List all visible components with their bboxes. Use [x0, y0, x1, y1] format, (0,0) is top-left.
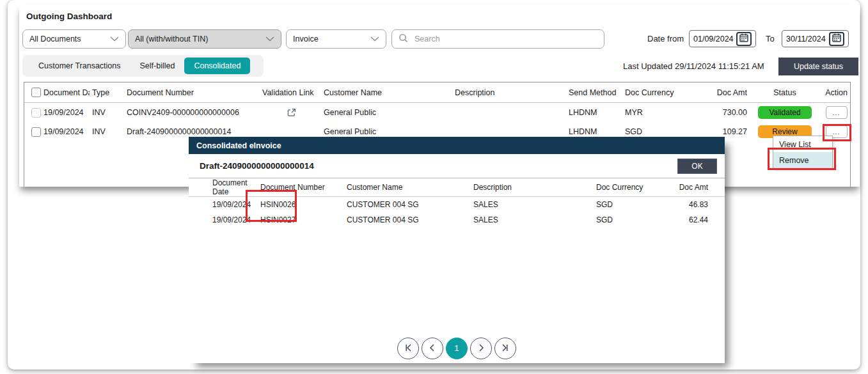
modal-row-customer-name: CUSTOMER 004 SG	[347, 200, 473, 209]
row-customer-name: General Public	[321, 108, 452, 117]
invoice-type-dropdown-value: Invoice	[293, 35, 319, 43]
search-input[interactable]	[413, 34, 597, 44]
tin-filter-dropdown[interactable]: All (with/without TIN)	[128, 29, 281, 49]
modal-row-doc-currency: SGD	[596, 215, 673, 224]
menu-item-view-list[interactable]: View List	[773, 136, 832, 152]
previous-page-icon	[428, 343, 437, 354]
modal-table-header-row: Document Date Document Number Customer N…	[189, 178, 725, 197]
tin-filter-dropdown-value: All (with/without TIN)	[135, 35, 208, 43]
next-page-icon	[477, 343, 485, 354]
date-to-calendar-button[interactable]	[829, 32, 844, 46]
ok-button[interactable]: OK	[677, 159, 717, 174]
modal-title-bar: Consolidated eInvoice	[189, 137, 725, 154]
col-validation-link: Validation Link	[260, 88, 321, 97]
search-box	[391, 29, 604, 49]
row-doc-amt: 109.27	[686, 127, 747, 136]
last-page-icon	[501, 343, 510, 354]
modal-col-doc-amt: Doc Amt	[673, 183, 725, 192]
date-to-label: To	[766, 34, 775, 43]
row-customer-name: General Public	[321, 127, 452, 136]
last-updated-text: Last Updated 29/11/2024 11:15:21 AM	[623, 61, 764, 71]
table-header-row: Document Date Type Document Number Valid…	[24, 82, 850, 103]
row-document-date: 19/09/2024	[41, 127, 90, 136]
calendar-icon	[739, 33, 748, 44]
date-from-group	[689, 30, 756, 47]
modal-row-document-number: HSIN0027	[260, 215, 347, 224]
chevron-down-icon	[110, 35, 119, 43]
row-checkbox[interactable]	[31, 108, 41, 118]
row-document-date: 19/09/2024	[41, 108, 90, 117]
modal-table-row: 19/09/2024 HSIN0026 CUSTOMER 004 SG SALE…	[189, 197, 725, 212]
menu-item-remove[interactable]: Remove	[773, 152, 832, 168]
external-link-icon[interactable]	[260, 107, 321, 118]
date-from-calendar-button[interactable]	[736, 32, 752, 46]
pagination-last-button[interactable]	[494, 338, 516, 359]
modal-col-document-number: Document Number	[260, 183, 347, 192]
tab-consolidated[interactable]: Consolidated	[184, 58, 250, 74]
update-status-button[interactable]: Update status	[778, 58, 858, 75]
modal-row-description: SALES	[473, 200, 596, 209]
modal-row-doc-amt: 46.83	[673, 200, 725, 209]
modal-document-title: Draft-2409000000000000014	[200, 161, 314, 171]
modal-row-customer-name: CUSTOMER 004 SG	[347, 215, 473, 224]
modal-row-document-number: HSIN0026	[260, 200, 347, 209]
modal-col-description: Description	[473, 183, 596, 192]
col-customer-name: Customer Name	[321, 88, 452, 97]
consolidated-einvoice-modal: Consolidated eInvoice Draft-240900000000…	[189, 137, 725, 363]
modal-row-document-date: 19/09/2024	[212, 200, 260, 209]
document-type-dropdown-value: All Documents	[29, 35, 81, 43]
pagination-prev-button[interactable]	[422, 338, 443, 359]
search-icon	[398, 33, 408, 45]
row-send-method: LHDNM	[566, 127, 622, 136]
col-send-method: Send Method	[566, 88, 622, 97]
pagination-first-button[interactable]	[397, 338, 419, 359]
date-to-input[interactable]	[782, 34, 828, 44]
action-context-menu: View List Remove	[773, 136, 833, 169]
transaction-tabs: Customer Transactions Self-billed Consol…	[22, 55, 264, 77]
col-document-number: Document Number	[124, 88, 260, 97]
modal-row-description: SALES	[473, 215, 596, 224]
col-action: Action	[823, 88, 850, 97]
select-all-checkbox[interactable]	[31, 88, 41, 97]
status-badge-validated: Validated	[758, 106, 812, 119]
modal-subtitle-row: Draft-2409000000000000014 OK	[189, 154, 725, 178]
row-doc-currency: SGD	[622, 127, 686, 136]
screenshot-frame: Outgoing Dashboard All Documents All (wi…	[8, 0, 860, 370]
tab-customer-transactions[interactable]: Customer Transactions	[29, 58, 130, 74]
row-document-number: COINV2409-000000000000006	[124, 108, 260, 117]
chevron-down-icon	[265, 35, 274, 43]
col-doc-currency: Doc Currency	[622, 88, 686, 97]
modal-table-row: 19/09/2024 HSIN0027 CUSTOMER 004 SG SALE…	[189, 212, 725, 228]
date-from-input[interactable]	[690, 34, 736, 44]
invoice-type-dropdown[interactable]: Invoice	[286, 29, 386, 49]
row-document-number: Draft-2409000000000000014	[124, 127, 260, 136]
row-checkbox[interactable]	[31, 127, 41, 137]
row-action-button[interactable]: ...	[826, 106, 848, 119]
row-doc-amt: 730.00	[686, 108, 747, 117]
first-page-icon	[404, 343, 413, 354]
calendar-icon	[832, 33, 841, 44]
modal-row-doc-currency: SGD	[596, 200, 673, 209]
modal-col-doc-currency: Doc Currency	[596, 183, 673, 192]
chevron-down-icon	[370, 35, 379, 43]
modal-pagination: 1	[189, 338, 725, 359]
pagination-next-button[interactable]	[470, 338, 492, 359]
row-doc-currency: MYR	[622, 108, 686, 117]
col-doc-amt: Doc Amt	[686, 88, 747, 97]
col-document-date: Document Date	[41, 88, 90, 97]
col-type: Type	[90, 88, 124, 97]
modal-col-document-date: Document Date	[212, 178, 260, 196]
date-from-label: Date from	[647, 34, 684, 43]
col-status: Status	[747, 88, 823, 97]
date-to-group	[782, 30, 849, 47]
table-row: 19/09/2024 INV COINV2409-000000000000006…	[24, 103, 850, 122]
col-description: Description	[452, 88, 566, 97]
document-type-dropdown[interactable]: All Documents	[22, 29, 126, 49]
modal-row-document-date: 19/09/2024	[212, 215, 260, 224]
page-title: Outgoing Dashboard	[26, 12, 112, 21]
row-send-method: LHDNM	[566, 108, 622, 117]
modal-col-customer-name: Customer Name	[347, 183, 473, 192]
tab-self-billed[interactable]: Self-billed	[130, 58, 185, 74]
row-type: INV	[90, 108, 124, 117]
pagination-page-1-button[interactable]: 1	[446, 338, 468, 359]
